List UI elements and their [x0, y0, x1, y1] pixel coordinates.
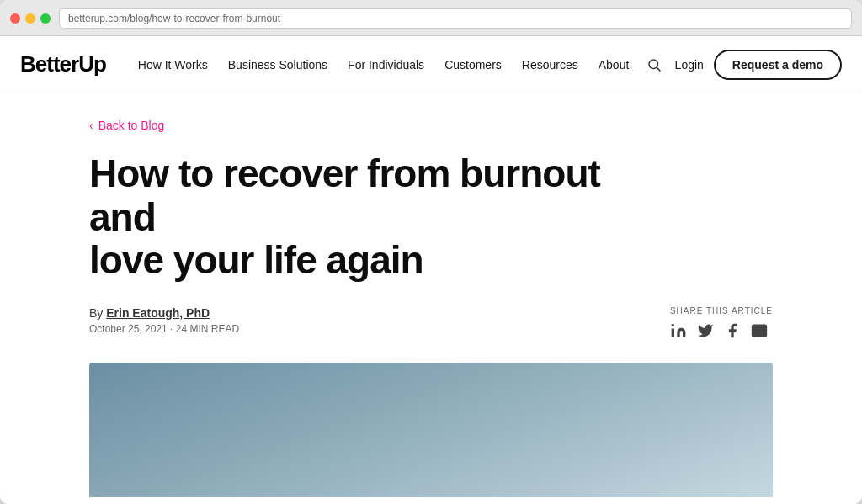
nav-link-for-individuals[interactable]: For Individuals: [339, 53, 433, 77]
nav-link-resources[interactable]: Resources: [513, 53, 587, 77]
back-chevron-icon: ‹: [89, 119, 93, 132]
traffic-lights: [10, 13, 51, 24]
svg-point-3: [672, 323, 674, 326]
request-demo-button[interactable]: Request a demo: [714, 50, 842, 80]
nav-link-customers[interactable]: Customers: [436, 53, 510, 77]
facebook-icon[interactable]: [724, 322, 741, 339]
search-icon: [646, 57, 662, 72]
logo[interactable]: BetterUp: [20, 51, 106, 77]
share-icons: [670, 322, 768, 339]
article-title-line1: How to recover from burnout and: [89, 151, 600, 239]
back-to-blog-label: Back to Blog: [98, 119, 165, 132]
url-text: betterup.com/blog/how-to-recover-from-bu…: [68, 13, 280, 24]
back-to-blog-link[interactable]: ‹ Back to Blog: [69, 119, 793, 132]
date-text: October 25, 2021: [89, 323, 168, 335]
linkedin-icon[interactable]: [670, 322, 687, 339]
minimize-button[interactable]: [25, 13, 35, 24]
author-block: By Erin Eatough, PhD October 25, 2021 · …: [89, 306, 239, 335]
browser-window: betterup.com/blog/how-to-recover-from-bu…: [0, 0, 862, 504]
browser-chrome: betterup.com/blog/how-to-recover-from-bu…: [0, 0, 862, 36]
navigation: BetterUp How It Works Business Solutions…: [0, 36, 862, 93]
article-date: October 25, 2021 · 24 MIN READ: [89, 323, 239, 335]
email-icon[interactable]: [751, 322, 768, 339]
author-by-text: By Erin Eatough, PhD: [89, 306, 239, 320]
login-button[interactable]: Login: [675, 58, 704, 72]
article-meta-row: By Erin Eatough, PhD October 25, 2021 · …: [69, 306, 793, 339]
search-button[interactable]: [643, 54, 665, 76]
hero-image: [89, 363, 773, 497]
twitter-icon[interactable]: [697, 322, 714, 339]
article-title-line2: love your life again: [89, 238, 423, 282]
share-block: SHARE THIS ARTICLE: [670, 306, 773, 339]
nav-actions: Login Request a demo: [643, 50, 842, 80]
nav-link-business-solutions[interactable]: Business Solutions: [220, 53, 336, 77]
maximize-button[interactable]: [40, 13, 51, 24]
svg-point-0: [649, 60, 658, 69]
page-content: BetterUp How It Works Business Solutions…: [0, 36, 862, 504]
nav-link-how-it-works[interactable]: How It Works: [130, 53, 216, 77]
read-time-text: 24 MIN READ: [176, 323, 239, 335]
article-title: How to recover from burnout and love you…: [69, 152, 641, 283]
date-separator: ·: [170, 323, 176, 335]
author-name-link[interactable]: Erin Eatough, PhD: [106, 306, 210, 320]
svg-rect-2: [672, 328, 674, 337]
address-bar[interactable]: betterup.com/blog/how-to-recover-from-bu…: [59, 8, 852, 29]
close-button[interactable]: [10, 13, 20, 24]
nav-links: How It Works Business Solutions For Indi…: [130, 53, 643, 77]
main-content: ‹ Back to Blog How to recover from burno…: [69, 93, 793, 497]
by-prefix: By: [89, 306, 106, 320]
svg-line-1: [657, 67, 660, 71]
share-label: SHARE THIS ARTICLE: [670, 306, 773, 316]
nav-link-about[interactable]: About: [590, 53, 638, 77]
